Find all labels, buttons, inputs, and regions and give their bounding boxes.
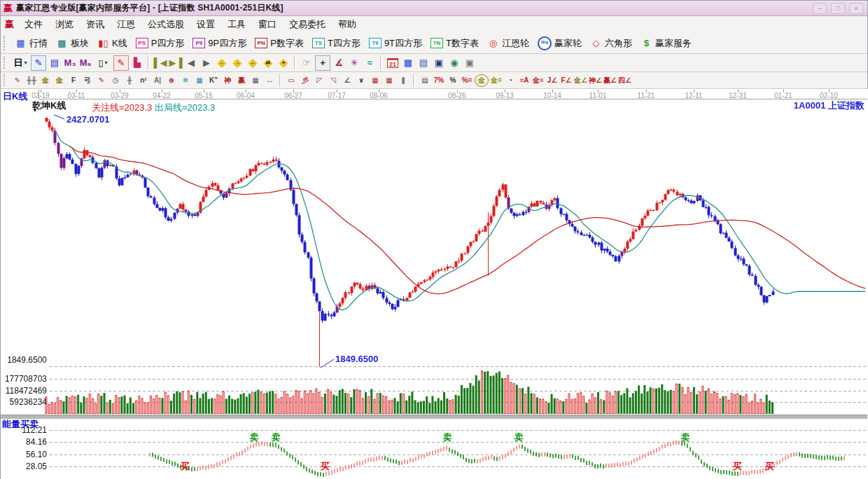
menu-窗口[interactable]: 窗口 xyxy=(252,16,283,33)
parallel-lines-tool[interactable]: ∥ xyxy=(397,74,410,88)
ying-angle-tool[interactable]: 赢∠ xyxy=(603,74,617,88)
service-button[interactable]: $赢家服务 xyxy=(636,36,696,51)
a-line-tool[interactable]: A| xyxy=(151,74,164,88)
fence-tool-2[interactable]: ╫ xyxy=(123,74,136,88)
shen-fence-tool[interactable]: 神 xyxy=(221,74,234,88)
circle-cross-tool[interactable]: ⊕ xyxy=(165,74,178,88)
angle-measure-button[interactable]: ∡ xyxy=(332,56,346,70)
qiankun-draw-button[interactable]: ✎ xyxy=(113,55,129,71)
info-panel-button[interactable]: ▤ xyxy=(48,56,62,70)
price-fence-tool[interactable]: ╫╫ xyxy=(25,74,38,88)
menu-资讯[interactable]: 资讯 xyxy=(80,16,111,33)
9t-square-button[interactable]: T99T四方形 xyxy=(365,36,426,51)
percent-tool[interactable]: % xyxy=(447,74,459,88)
f-fence-tool[interactable]: F xyxy=(67,74,80,88)
gann-wheel-button[interactable]: ◎江恩轮 xyxy=(483,36,533,51)
grid-123-tool[interactable]: ▦ xyxy=(249,74,262,88)
bow-tool[interactable]: 弓 xyxy=(81,74,94,88)
red-grid-tool[interactable]: ▦ xyxy=(369,74,382,88)
compress-button[interactable]: ◆⇄ xyxy=(261,56,275,70)
shift-left-button[interactable]: ◆← xyxy=(215,56,229,70)
snowflake-tool[interactable]: ❄ xyxy=(179,74,192,88)
draw-line-mode-button[interactable]: ✎ xyxy=(31,55,46,71)
candle-style-selector[interactable]: ▯▾ xyxy=(94,55,112,71)
save-button[interactable]: ▣ xyxy=(432,56,446,70)
k-mark-tool[interactable]: K" xyxy=(207,74,220,88)
pan-hand-button[interactable]: ☞ xyxy=(300,56,314,70)
zigzag-tool[interactable]: ∨ xyxy=(355,74,368,88)
percent-level-tool[interactable]: %= xyxy=(461,74,473,88)
histogram-button[interactable]: ▙ xyxy=(130,56,144,70)
toolbar-grip[interactable] xyxy=(4,57,8,69)
system-button[interactable]: ▣ xyxy=(463,56,477,70)
wave-tool-button[interactable]: ≈ xyxy=(363,56,377,70)
fan-corner-tool[interactable]: ◹ xyxy=(327,74,340,88)
angle-lines-tool[interactable]: ∠ xyxy=(341,74,354,88)
gold-rails-tool[interactable]: 金≡ xyxy=(532,74,545,88)
j-angle-tool[interactable]: J∠ xyxy=(546,74,559,88)
n-square-tool[interactable]: n² xyxy=(137,74,150,88)
red-pencil-tool[interactable]: ✎ xyxy=(95,74,108,88)
scale-list-tool[interactable]: ▤ xyxy=(419,74,431,88)
wave-band-tool[interactable]: ≈A xyxy=(518,74,531,88)
wave-9-button[interactable]: M₉ xyxy=(78,56,92,70)
crosshair-button[interactable]: + xyxy=(315,55,330,71)
hexagon-button[interactable]: ◇六角形 xyxy=(586,36,636,51)
gold-fence-tool-a[interactable]: 金 xyxy=(39,74,52,88)
zoom-h-button[interactable]: ◆↔ xyxy=(246,56,260,70)
menu-工具[interactable]: 工具 xyxy=(221,16,252,33)
span-arrows-tool[interactable]: ↔ xyxy=(263,74,276,88)
percent-slash-tool[interactable]: 7% xyxy=(433,74,445,88)
shen-angle-tool[interactable]: 神∠ xyxy=(589,74,602,88)
pane-divider[interactable] xyxy=(1,415,867,419)
menu-帮助[interactable]: 帮助 xyxy=(332,16,363,33)
gann-box-tool[interactable]: ▭ xyxy=(285,74,298,88)
time-fence-tool[interactable]: ◷ xyxy=(109,74,122,88)
web-export-button[interactable]: ◉ xyxy=(447,56,461,70)
fan-lines-tool[interactable]: 彡 xyxy=(299,74,312,88)
next-bar-button[interactable]: ▶ xyxy=(200,56,214,70)
kline-chart[interactable] xyxy=(1,89,868,479)
winner-wheel-button[interactable]: Big赢家轮 xyxy=(533,35,586,52)
f-angle-tool[interactable]: F∠ xyxy=(560,74,573,88)
period-selector[interactable]: 日▾ xyxy=(11,55,29,71)
menu-浏览[interactable]: 浏览 xyxy=(49,16,80,33)
t-digit-button[interactable]: TNT数字表 xyxy=(426,36,483,51)
ying-fence-tool[interactable]: 赢 xyxy=(235,74,248,88)
gold-angle-tool[interactable]: 金∠ xyxy=(574,74,587,88)
minimize-button[interactable]: – xyxy=(813,3,827,14)
menu-交易委托[interactable]: 交易委托 xyxy=(283,16,332,33)
zoom-all-button[interactable]: ◆+ xyxy=(276,56,290,70)
toolbar-grip[interactable] xyxy=(4,74,8,85)
last-bar-button[interactable]: ▶▐ xyxy=(169,56,183,70)
prev-bar-button[interactable]: ◀ xyxy=(184,56,198,70)
wave-3-button[interactable]: M₃ xyxy=(63,56,77,70)
restore-button[interactable]: □ xyxy=(831,3,845,14)
menu-文件[interactable]: 文件 xyxy=(18,16,49,33)
gann-pencil-tool[interactable]: ✎ xyxy=(11,74,24,88)
p-digit-button[interactable]: PNP数字表 xyxy=(251,36,308,51)
memo-button[interactable]: ▤ xyxy=(416,56,430,70)
quotes-button[interactable]: ▦行情 xyxy=(10,36,52,51)
menu-公式选股[interactable]: 公式选股 xyxy=(141,16,190,33)
toolbar-grip[interactable] xyxy=(4,36,8,50)
gann-flower-button[interactable]: ✳ xyxy=(347,56,361,70)
sectors-button[interactable]: ▩板块 xyxy=(52,36,93,51)
gold-circle-tool[interactable]: 金 xyxy=(475,74,489,87)
gold-line-tool[interactable]: 金= xyxy=(490,74,503,88)
calendar-button[interactable]: 21 xyxy=(386,56,400,70)
menu-江恩[interactable]: 江恩 xyxy=(111,16,141,33)
menu-设置[interactable]: 设置 xyxy=(190,16,221,33)
p-square-button[interactable]: PSP四方形 xyxy=(132,36,189,51)
grid-target-tool[interactable]: ▦ xyxy=(193,74,206,88)
shift-right-button[interactable]: ◆→ xyxy=(230,56,244,70)
si-angle-tool[interactable]: 四∠ xyxy=(618,74,631,88)
time-knife-tool[interactable]: ◔ xyxy=(504,74,517,88)
gold-fence-tool-b[interactable]: 金 xyxy=(53,74,66,88)
red-grid-arrow-tool[interactable]: ▦ xyxy=(383,74,396,88)
first-bar-button[interactable]: ▌◀ xyxy=(153,56,167,70)
kline-button[interactable]: ▮▯K线 xyxy=(93,36,132,51)
fan-box-tool[interactable]: ◸ xyxy=(313,74,326,88)
9p-square-button[interactable]: P99P四方形 xyxy=(188,36,251,51)
calculator-button[interactable]: ▦ xyxy=(401,56,415,70)
